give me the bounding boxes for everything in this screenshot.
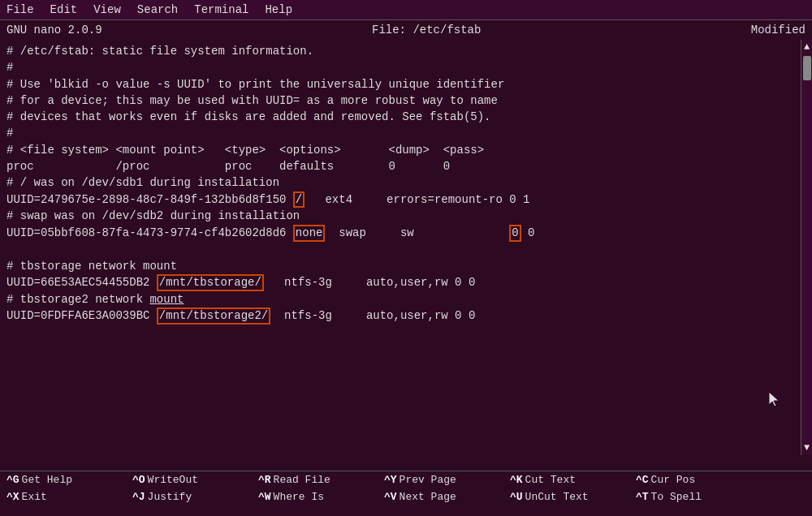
shortcut-label-writeout: WriteOut bbox=[148, 474, 198, 486]
shortcut-label-prev-page: Prev Page bbox=[400, 474, 456, 486]
menu-edit[interactable]: Edit bbox=[50, 3, 78, 16]
menu-file[interactable]: File bbox=[6, 3, 34, 16]
shortcut-label-where-is: Where Is bbox=[274, 491, 324, 503]
shortcut-label-justify: Justify bbox=[148, 491, 192, 503]
title-bar: GNU nano 2.0.9 File: /etc/fstab Modified bbox=[0, 20, 812, 40]
menu-terminal[interactable]: Terminal bbox=[194, 3, 248, 16]
shortcut-key-k: ^K bbox=[510, 474, 523, 486]
shortcut-next-page[interactable]: ^V Next Page bbox=[381, 490, 507, 504]
shortcut-cur-pos[interactable]: ^C Cur Pos bbox=[633, 473, 758, 487]
scroll-down-button[interactable]: ▼ bbox=[804, 442, 810, 454]
shortcut-label-exit: Exit bbox=[22, 491, 47, 503]
shortcut-label-to-spell: To Spell bbox=[651, 491, 702, 503]
status-bar: ^G Get Help ^O WriteOut ^R Read File ^Y … bbox=[0, 471, 812, 516]
shortcut-get-help[interactable]: ^G Get Help bbox=[3, 473, 129, 487]
shortcut-key-r: ^R bbox=[258, 474, 271, 486]
shortcut-label-cur-pos: Cur Pos bbox=[651, 474, 696, 486]
shortcut-label-uncut-text: UnCut Text bbox=[525, 491, 589, 503]
menu-view[interactable]: View bbox=[93, 3, 121, 16]
menu-help[interactable]: Help bbox=[265, 3, 292, 16]
shortcut-where-is[interactable]: ^W Where Is bbox=[255, 490, 381, 504]
shortcut-prev-page[interactable]: ^Y Prev Page bbox=[381, 473, 507, 487]
shortcut-label-next-page: Next Page bbox=[400, 491, 456, 503]
scroll-thumb[interactable] bbox=[803, 56, 811, 80]
shortcut-label-get-help: Get Help bbox=[22, 474, 72, 486]
shortcut-to-spell[interactable]: ^T To Spell bbox=[633, 490, 758, 504]
shortcut-read-file[interactable]: ^R Read File bbox=[255, 473, 381, 487]
shortcut-uncut-text[interactable]: ^U UnCut Text bbox=[507, 490, 633, 504]
shortcut-key-g: ^G bbox=[6, 474, 19, 486]
menu-bar: File Edit View Search Terminal Help bbox=[0, 0, 812, 20]
shortcut-label-cut-text: Cut Text bbox=[525, 474, 576, 486]
modified-status: Modified bbox=[751, 24, 806, 37]
shortcut-key-j: ^J bbox=[132, 491, 145, 503]
editor-area[interactable]: # /etc/fstab: static file system informa… bbox=[0, 40, 812, 455]
menu-search[interactable]: Search bbox=[137, 3, 178, 16]
shortcut-key-c: ^C bbox=[636, 474, 649, 486]
shortcut-key-v: ^V bbox=[384, 491, 397, 503]
shortcut-writeout[interactable]: ^O WriteOut bbox=[129, 473, 255, 487]
editor-content: # /etc/fstab: static file system informa… bbox=[6, 43, 806, 341]
shortcut-key-u: ^U bbox=[510, 491, 523, 503]
scroll-up-button[interactable]: ▲ bbox=[804, 41, 810, 53]
file-name: File: /etc/fstab bbox=[372, 24, 481, 37]
scrollbar[interactable]: ▲ ▼ bbox=[801, 40, 812, 455]
shortcut-key-w: ^W bbox=[258, 491, 271, 503]
shortcut-justify[interactable]: ^J Justify bbox=[129, 490, 255, 504]
shortcut-key-x: ^X bbox=[6, 491, 19, 503]
shortcut-label-read-file: Read File bbox=[274, 474, 330, 486]
shortcut-cut-text[interactable]: ^K Cut Text bbox=[507, 473, 633, 487]
shortcut-row-2: ^X Exit ^J Justify ^W Where Is ^V Next P… bbox=[0, 488, 812, 505]
shortcut-key-t: ^T bbox=[636, 491, 649, 503]
shortcut-row-1: ^G Get Help ^O WriteOut ^R Read File ^Y … bbox=[0, 471, 812, 488]
shortcut-key-o: ^O bbox=[132, 474, 145, 486]
nano-version: GNU nano 2.0.9 bbox=[6, 24, 102, 37]
shortcut-exit[interactable]: ^X Exit bbox=[3, 490, 129, 504]
shortcut-key-y: ^Y bbox=[384, 474, 397, 486]
